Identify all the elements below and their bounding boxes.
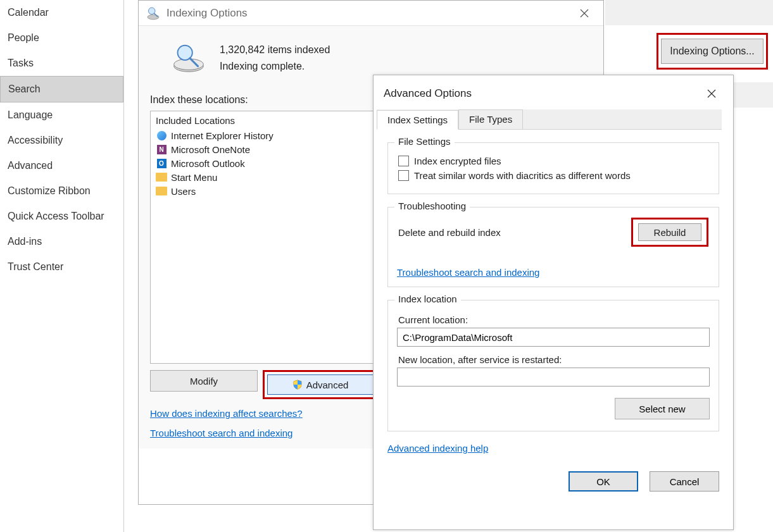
sidebar-item-trust-center[interactable]: Trust Center [0,254,123,280]
advanced-help-link[interactable]: Advanced indexing help [387,443,488,454]
location-label: Microsoft OneNote [171,144,250,155]
sidebar-item-search[interactable]: Search [0,76,123,102]
sidebar-item-label: Language [8,109,53,120]
sidebar-item-label: Add-ins [8,236,42,247]
indexing-large-icon [169,42,208,74]
dialog-titlebar: Indexing Options [139,1,603,26]
sidebar-item-label: Trust Center [8,261,63,272]
tab-file-types[interactable]: File Types [458,109,523,129]
index-encrypted-label: Index encrypted files [414,156,501,166]
shield-icon [292,380,303,390]
close-button[interactable] [699,84,724,104]
current-location-label: Current location: [398,314,708,325]
settings-sidebar: Calendar People Tasks Search Language Ac… [0,0,124,532]
dialog-title: Advanced Options [384,87,472,100]
sidebar-item-customize-ribbon[interactable]: Customize Ribbon [0,178,123,204]
dialog-titlebar: Advanced Options [374,75,733,106]
svg-point-0 [148,15,159,20]
index-encrypted-checkbox[interactable] [398,156,409,166]
sidebar-item-label: Customize Ribbon [8,185,91,196]
cancel-button[interactable]: Cancel [650,471,719,492]
sidebar-item-add-ins[interactable]: Add-ins [0,229,123,254]
modify-button[interactable]: Modify [150,370,258,392]
onenote-icon: N [156,144,167,155]
advanced-button-highlight: Advanced [263,370,378,399]
indexing-icon [145,5,161,22]
group-legend: File Settings [394,136,455,147]
dialog-footer: OK Cancel [374,454,733,492]
tab-index-settings[interactable]: Index Settings [377,110,458,130]
dialog-body: Index Settings File Types File Settings … [374,109,733,500]
index-location-group: Index location Current location: New loc… [387,300,719,431]
indexing-options-button[interactable]: Indexing Options... [661,39,764,64]
new-location-label: New location, after service is restarted… [398,354,708,365]
new-location-field[interactable] [397,368,710,387]
current-location-field [397,328,710,347]
file-settings-group: File Settings Index encrypted files Trea… [387,142,719,194]
close-button[interactable] [572,3,597,23]
location-label: Internet Explorer History [171,130,273,141]
diacritics-label: Treat similar words with diacritics as d… [414,170,631,181]
group-legend: Troubleshooting [394,201,470,211]
sidebar-item-quick-access-toolbar[interactable]: Quick Access Toolbar [0,204,123,229]
select-new-button[interactable]: Select new [615,398,710,419]
troubleshoot-link[interactable]: Troubleshoot search and indexing [150,428,292,438]
advanced-button-label: Advanced [306,380,349,390]
svg-point-6 [174,59,204,70]
sidebar-item-tasks[interactable]: Tasks [0,51,123,76]
dialog-title: Indexing Options [167,7,248,20]
sidebar-item-label: Tasks [8,58,34,68]
sidebar-item-label: Quick Access Toolbar [8,211,104,221]
location-label: Microsoft Outlook [171,158,245,169]
indexing-help-link[interactable]: How does indexing affect searches? [150,408,303,419]
tab-bar: Index Settings File Types [377,109,722,130]
header-strip [605,0,773,25]
sidebar-item-people[interactable]: People [0,25,123,51]
items-indexed-text: 1,320,842 items indexed [220,44,330,56]
advanced-button[interactable]: Advanced [267,374,374,395]
sidebar-item-language[interactable]: Language [0,102,123,128]
location-label: Start Menu [171,172,217,183]
sidebar-item-label: Accessibility [8,135,63,145]
group-legend: Index location [394,294,461,304]
folder-icon [156,171,167,183]
sidebar-item-accessibility[interactable]: Accessibility [0,128,123,153]
outlook-icon: O [156,158,167,169]
sidebar-item-label: Calendar [8,7,49,18]
sidebar-item-label: People [8,32,39,43]
advanced-options-dialog: Advanced Options Index Settings File Typ… [373,75,734,530]
rebuild-button-highlight: Rebuild [631,218,708,247]
troubleshooting-group: Troubleshooting Delete and rebuild index… [387,207,719,287]
folder-icon [156,185,167,197]
indexing-status-text: Indexing complete. [220,61,330,72]
sidebar-item-calendar[interactable]: Calendar [0,0,123,25]
sidebar-item-advanced[interactable]: Advanced [0,153,123,178]
sidebar-item-label: Search [8,84,41,94]
ie-icon [156,130,167,141]
diacritics-checkbox[interactable] [398,170,409,181]
location-label: Users [171,186,196,197]
delete-rebuild-label: Delete and rebuild index [398,227,501,238]
ok-button[interactable]: OK [569,471,638,492]
rebuild-button[interactable]: Rebuild [638,223,701,241]
indexing-options-button-highlight: Indexing Options... [657,33,768,70]
troubleshoot-search-link[interactable]: Troubleshoot search and indexing [397,267,539,278]
sidebar-item-label: Advanced [8,160,53,171]
